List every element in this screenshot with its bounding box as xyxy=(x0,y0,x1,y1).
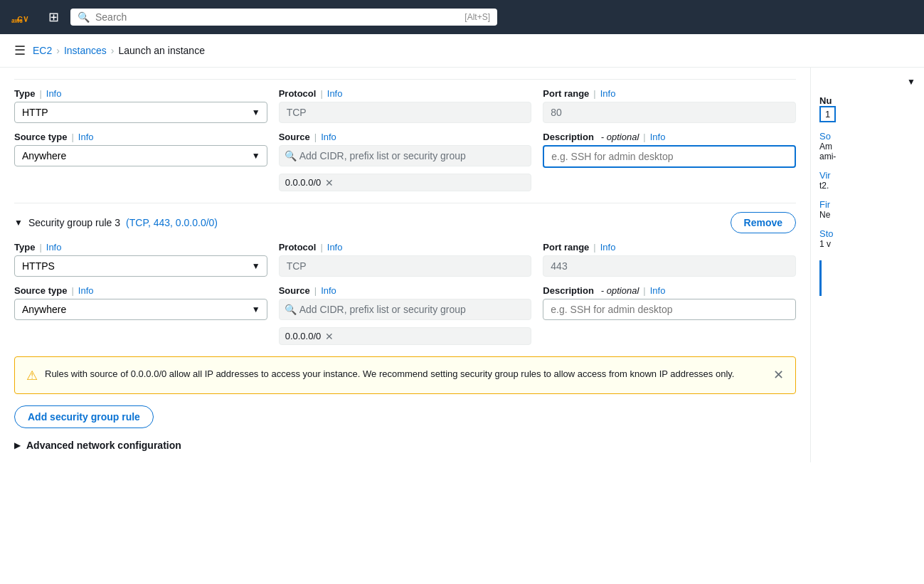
rule-1-section: Type | Info HTTP ▼ Protocol | xyxy=(14,79,796,191)
rule1-port-info[interactable]: Info xyxy=(600,88,616,99)
rule1-type-select[interactable]: HTTP xyxy=(14,102,267,123)
rule2-desc-label: Description - optional | Info xyxy=(543,285,796,296)
add-security-group-rule-button[interactable]: Add security group rule xyxy=(14,405,154,428)
rule1-type-field: Type | Info HTTP ▼ xyxy=(14,88,267,123)
sidebar-virt-value: t2. xyxy=(819,181,915,191)
search-icon: 🔍 xyxy=(78,11,90,23)
sidebar-virt-title[interactable]: Vir xyxy=(819,170,915,181)
sidebar-graphic xyxy=(819,260,915,296)
sidebar-source-value2: ami- xyxy=(819,152,915,161)
warning-icon: ⚠ xyxy=(26,368,38,383)
rule1-source-type-select-wrapper: Anywhere ▼ xyxy=(14,145,267,166)
sidebar-storage-title[interactable]: Sto xyxy=(819,228,915,239)
rule2-protocol-field: Protocol | Info xyxy=(279,242,532,277)
rule2-type-label: Type | Info xyxy=(14,242,267,253)
breadcrumb-instances[interactable]: Instances xyxy=(64,45,107,56)
rule1-type-label: Type | Info xyxy=(14,88,267,99)
warning-box: ⚠ Rules with source of 0.0.0.0/0 allow a… xyxy=(14,356,796,394)
rule2-source-type-select[interactable]: Anywhere xyxy=(14,299,267,320)
rule2-source-search-icon: 🔍 xyxy=(285,304,297,315)
breadcrumb-sep2: › xyxy=(111,45,115,56)
rule2-protocol-label: Protocol | Info xyxy=(279,242,532,253)
sidebar-collapse-icon[interactable]: ▼ xyxy=(907,77,915,87)
rule2-type-info[interactable]: Info xyxy=(46,242,62,253)
form-area: Type | Info HTTP ▼ Protocol | xyxy=(0,68,810,462)
svg-text:aws: aws xyxy=(11,17,23,24)
rule2-source-type-info[interactable]: Info xyxy=(78,285,94,296)
search-input[interactable] xyxy=(95,11,459,23)
rule2-remove-button[interactable]: Remove xyxy=(731,212,796,233)
rule2-source-field: Source | Info 🔍 0.0.0.0/0 ✕ xyxy=(279,285,532,345)
rule1-source-field: Source | Info 🔍 0.0.0.0/0 ✕ xyxy=(279,132,532,191)
rule2-header: ▼ Security group rule 3 (TCP, 443, 0.0.0… xyxy=(14,212,796,233)
search-bar: 🔍 [Alt+S] xyxy=(70,9,497,26)
rule1-type-select-wrapper: HTTP ▼ xyxy=(14,102,267,123)
warning-text: Rules with source of 0.0.0.0/0 allow all… xyxy=(45,367,766,381)
rule-2-section: ▼ Security group rule 3 (TCP, 443, 0.0.0… xyxy=(14,203,796,345)
rule2-source-input-wrapper: 🔍 xyxy=(279,299,532,320)
rule2-desc-input[interactable] xyxy=(543,299,796,320)
sidebar-source-value1: Am xyxy=(819,142,915,152)
breadcrumb: ☰ EC2 › Instances › Launch an instance xyxy=(0,34,924,68)
breadcrumb-current: Launch an instance xyxy=(119,45,205,56)
rule2-desc-info[interactable]: Info xyxy=(650,285,666,296)
rule2-port-label: Port range | Info xyxy=(543,242,796,253)
rule1-protocol-label: Protocol | Info xyxy=(279,88,532,99)
rule2-port-info[interactable]: Info xyxy=(600,242,616,253)
search-shortcut: [Alt+S] xyxy=(464,12,490,22)
rule1-source-search-input[interactable] xyxy=(279,145,532,166)
rule2-type-select[interactable]: HTTPS xyxy=(14,255,267,277)
rule2-protocol-input xyxy=(279,255,532,277)
grid-icon[interactable]: ⊞ xyxy=(46,6,62,28)
rule2-source-type-field: Source type | Info Anywhere ▼ xyxy=(14,285,267,345)
advanced-section[interactable]: ▶ Advanced network configuration xyxy=(14,440,796,451)
rule2-source-type-select-wrapper: Anywhere ▼ xyxy=(14,299,267,320)
right-sidebar: ▼ Nu 1 So Am ami- Vir t2. Fir Ne Sto 1 v xyxy=(810,68,924,462)
rule1-source-type-info[interactable]: Info xyxy=(78,132,94,142)
rule2-port-field: Port range | Info xyxy=(543,242,796,277)
rule2-collapse-icon[interactable]: ▼ xyxy=(14,218,23,228)
breadcrumb-ec2[interactable]: EC2 xyxy=(33,45,52,56)
sidebar-num-label: Nu xyxy=(819,95,915,106)
rule2-source-chip-close[interactable]: ✕ xyxy=(325,331,334,341)
warning-close-icon[interactable]: ✕ xyxy=(773,367,784,383)
main-content: Type | Info HTTP ▼ Protocol | xyxy=(0,68,924,462)
sidebar-storage-value: 1 v xyxy=(819,239,915,249)
hamburger-icon[interactable]: ☰ xyxy=(14,43,26,58)
rule2-protocol-info[interactable]: Info xyxy=(327,242,343,253)
rule1-type-info[interactable]: Info xyxy=(46,88,62,99)
rule2-source-search-input[interactable] xyxy=(279,299,532,320)
rule1-protocol-field: Protocol | Info xyxy=(279,88,532,123)
rule1-desc-label: Description - optional | Info xyxy=(543,132,796,142)
rule2-source-chip: 0.0.0.0/0 ✕ xyxy=(279,327,532,345)
rule2-source-info[interactable]: Info xyxy=(321,285,336,296)
sidebar-firewall-section: Fir Ne xyxy=(819,199,915,220)
rule1-source-chip: 0.0.0.0/0 ✕ xyxy=(279,174,532,191)
rule1-source-type-label: Source type | Info xyxy=(14,132,267,142)
rule1-top-fields: Type | Info HTTP ▼ Protocol | xyxy=(14,88,796,123)
sidebar-firewall-value: Ne xyxy=(819,210,915,220)
rule1-port-field: Port range | Info xyxy=(543,88,796,123)
rule1-desc-field: Description - optional | Info xyxy=(543,132,796,191)
sidebar-virt-section: Vir t2. xyxy=(819,170,915,191)
rule1-protocol-input xyxy=(279,102,532,123)
sidebar-source-title[interactable]: So xyxy=(819,131,915,142)
rule2-desc-field: Description - optional | Info xyxy=(543,285,796,345)
rule1-source-info[interactable]: Info xyxy=(321,132,336,142)
rule2-top-fields: Type | Info HTTPS ▼ Protocol | xyxy=(14,242,796,277)
rule1-port-input xyxy=(543,102,796,123)
sidebar-num-section: Nu 1 xyxy=(819,95,915,122)
rule1-desc-input[interactable] xyxy=(543,145,796,168)
advanced-expand-icon: ▶ xyxy=(14,440,21,450)
rule2-title-badge: (TCP, 443, 0.0.0.0/0) xyxy=(126,217,218,228)
aws-logo: aws xyxy=(11,9,37,26)
rule1-source-chip-close[interactable]: ✕ xyxy=(325,178,334,188)
advanced-section-title: Advanced network configuration xyxy=(26,440,181,451)
rule2-bottom-fields: Source type | Info Anywhere ▼ Source | xyxy=(14,285,796,345)
sidebar-firewall-title[interactable]: Fir xyxy=(819,199,915,210)
rule1-bottom-fields: Source type | Info Anywhere ▼ Source | xyxy=(14,132,796,191)
rule1-source-type-select[interactable]: Anywhere xyxy=(14,145,267,166)
rule1-protocol-info[interactable]: Info xyxy=(327,88,343,99)
rule1-desc-info[interactable]: Info xyxy=(650,132,666,142)
rule1-source-input-wrapper: 🔍 xyxy=(279,145,532,166)
